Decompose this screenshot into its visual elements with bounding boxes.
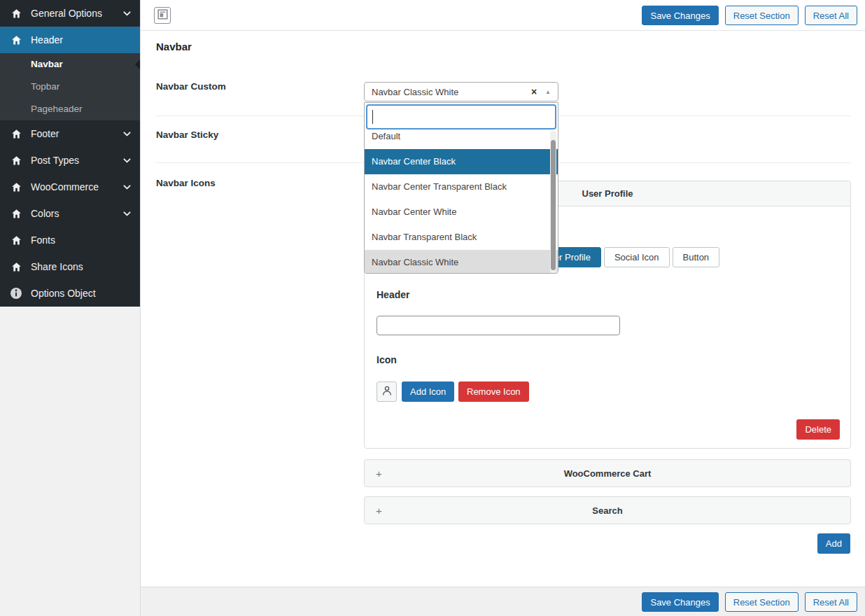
icon-field-label: Icon [377,354,397,365]
main-content: Navbar Navbar Custom Navbar Sticky Navba… [141,31,865,587]
sidebar-item-topbar[interactable]: Topbar [0,76,140,98]
home-icon [10,154,22,167]
add-button[interactable]: Add [817,533,850,554]
caret-up-icon[interactable]: ▲ [545,89,551,95]
submenu-item-label: Pageheader [31,104,83,114]
sidebar-item-label: Share Icons [31,261,83,272]
option-navbar-center-black[interactable]: Navbar Center Black [365,149,558,174]
sidebar-item-footer[interactable]: Footer [0,120,140,147]
layout-icon [157,9,168,22]
home-icon [10,34,22,46]
chevron-down-icon [122,183,132,192]
sidebar-item-header[interactable]: Header [0,27,140,53]
select-search-wrap [365,103,558,131]
tab-social-icon[interactable]: Social Icon [604,247,670,267]
sidebar-item-woocommerce[interactable]: WooCommerce [0,174,140,200]
sidebar-item-label: Footer [31,128,59,139]
chevron-down-icon [122,209,132,218]
submenu-item-label: Navbar [31,59,63,69]
sidebar-item-label: General Options [31,8,102,19]
add-icon-button[interactable]: Add Icon [402,382,454,402]
header-text-input[interactable] [377,316,620,335]
option-navbar-center-transparent-black[interactable]: Navbar Center Transparent Black [365,174,558,200]
sidebar-item-label: Fonts [31,234,55,246]
navbar-icons-label: Navbar Icons [156,178,216,188]
select-value: Navbar Classic White [372,87,527,97]
info-icon [10,287,22,300]
sidebar-item-label: WooCommerce [31,181,99,192]
sidebar-item-label: Options Object [31,288,96,299]
search-accordion[interactable]: + Search [364,496,851,524]
home-icon [10,260,22,273]
sidebar-item-general-options[interactable]: General Options [0,0,140,27]
sidebar-item-label: Colors [31,208,59,219]
sidebar-item-colors[interactable]: Colors [0,200,140,227]
reset-all-button-bottom[interactable]: Reset All [805,592,857,612]
navbar-sticky-label: Navbar Sticky [156,130,218,140]
home-icon [10,7,22,20]
accordion-title: WooCommerce Cart [564,468,652,479]
top-toolbar: Save Changes Reset Section Reset All [141,0,865,31]
sidebar: General Options Header Navbar Topbar Pag… [0,0,141,616]
sidebar-menu: General Options Header Navbar Topbar Pag… [0,0,140,307]
icon-preview-button[interactable] [377,382,397,402]
bottom-toolbar: Save Changes Reset Section Reset All [141,587,865,616]
tab-button[interactable]: Button [673,247,720,267]
text-cursor [372,110,373,124]
submenu-item-label: Topbar [31,81,59,92]
sidebar-item-options-object[interactable]: Options Object [0,280,140,307]
panel-title: User Profile [582,188,633,199]
option-navbar-transparent-black[interactable]: Navbar Transparent Black [365,225,558,250]
accordion-title: Search [592,505,622,516]
chevron-down-icon [122,9,132,18]
select-search-input[interactable] [366,104,556,130]
sidebar-item-label: Header [31,34,63,46]
chevron-down-icon [122,156,132,165]
navbar-custom-label: Navbar Custom [156,81,226,92]
remove-icon-button[interactable]: Remove Icon [458,382,529,402]
reset-section-button[interactable]: Reset Section [725,6,799,25]
scrollbar-thumb[interactable] [551,140,556,270]
option-navbar-classic-white[interactable]: Navbar Classic White [365,250,558,273]
clear-selection-icon[interactable]: × [531,87,537,97]
expand-icon[interactable]: + [376,468,382,479]
woocommerce-cart-accordion[interactable]: + WooCommerce Cart [364,459,851,487]
chevron-down-icon [122,130,132,139]
delete-button[interactable]: Delete [796,419,840,440]
sidebar-item-pageheader[interactable]: Pageheader [0,98,140,120]
reset-section-button-bottom[interactable]: Reset Section [725,592,799,612]
panel-expand-button[interactable] [154,7,171,24]
current-item-arrow [135,59,140,69]
sidebar-item-label: Post Types [31,155,79,166]
navbar-custom-select[interactable]: Navbar Classic White × ▲ [364,82,558,102]
person-icon [381,385,393,398]
save-changes-button-bottom[interactable]: Save Changes [642,592,718,612]
home-icon [10,207,22,220]
sidebar-item-share-icons[interactable]: Share Icons [0,253,140,280]
option-navbar-center-white[interactable]: Navbar Center White [365,200,558,225]
select-options-list: Default Navbar Center Black Navbar Cente… [365,131,558,273]
header-submenu: Navbar Topbar Pageheader [0,53,140,120]
option-default[interactable]: Default [365,131,558,149]
sidebar-item-fonts[interactable]: Fonts [0,227,140,253]
expand-icon[interactable]: + [376,505,382,517]
icon-type-tabs: User Profile Social Icon Button [533,247,719,267]
header-field-label: Header [377,289,409,300]
home-icon [10,181,22,193]
page-title: Navbar [156,41,192,52]
home-icon [10,127,22,140]
select-dropdown: Default Navbar Center Black Navbar Cente… [364,102,558,274]
reset-all-button[interactable]: Reset All [805,6,857,25]
sidebar-item-post-types[interactable]: Post Types [0,147,140,174]
home-icon [10,234,22,246]
sidebar-item-navbar[interactable]: Navbar [0,53,140,76]
save-changes-button[interactable]: Save Changes [642,6,718,25]
